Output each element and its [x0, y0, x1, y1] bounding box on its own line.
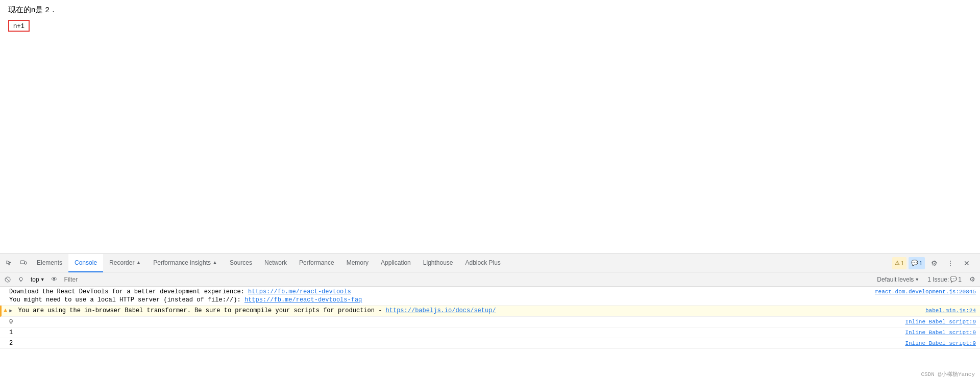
watermark: CSDN @小稀杨Yancy	[921, 370, 975, 378]
inspect-element-icon[interactable]	[2, 256, 16, 270]
perf-insights-badge: ▲	[212, 260, 217, 265]
tab-network[interactable]: Network	[258, 254, 293, 272]
console-message-text: Download the React DevTools for a better…	[9, 288, 865, 304]
console-filter-input[interactable]	[62, 274, 872, 285]
react-devtools-faq-link[interactable]: https://fb.me/react-devtools-faq	[244, 296, 362, 304]
warning-icon: ⚠	[895, 260, 900, 266]
devtools-tabs-list: Elements Console Recorder ▲ Performance …	[31, 254, 892, 272]
tab-sources[interactable]: Sources	[224, 254, 258, 272]
svg-point-4	[19, 277, 22, 281]
tab-performance-insights[interactable]: Performance insights ▲	[147, 254, 224, 272]
devtools-settings-button[interactable]: ⚙	[927, 256, 941, 270]
devtools-more-button[interactable]: ⋮	[943, 256, 958, 270]
chevron-down-icon: ▼	[40, 277, 45, 282]
console-source-0[interactable]: Inline Babel script:9	[895, 318, 976, 326]
warning-count-badge[interactable]: ⚠ 1	[892, 257, 906, 269]
svg-rect-0	[20, 261, 24, 264]
n-plus-1-button[interactable]: n+1	[8, 20, 30, 32]
devtools-toolbar-right: ⚠ 1 💬 1 ⚙ ⋮ ✕	[892, 256, 978, 270]
svg-rect-1	[25, 262, 27, 264]
warning-triangle-icon: ▲	[4, 307, 7, 315]
devtools-tabs-toolbar: Elements Console Recorder ▲ Performance …	[0, 254, 980, 272]
tab-console[interactable]: Console	[68, 254, 103, 272]
svg-line-3	[6, 278, 9, 281]
tab-performance[interactable]: Performance	[293, 254, 340, 272]
devtools-close-button[interactable]: ✕	[960, 256, 974, 270]
info-count-badge[interactable]: 💬 1	[909, 257, 925, 269]
tab-elements[interactable]: Elements	[31, 254, 68, 272]
console-value-0: 0	[9, 318, 895, 326]
tab-application[interactable]: Application	[375, 254, 417, 272]
info-icon: 💬	[911, 260, 918, 266]
console-filter-button[interactable]	[15, 274, 27, 285]
console-source-react-dom[interactable]: react-dom.development.js:20845	[865, 288, 976, 296]
page-main-text: 现在的n是 2．	[8, 5, 972, 15]
console-message-babel-warning: ▲ ▶ You are using the in-browser Babel t…	[0, 306, 980, 317]
console-clear-button[interactable]	[2, 274, 13, 285]
context-selector[interactable]: top ▼	[29, 275, 47, 284]
tab-recorder[interactable]: Recorder ▲	[103, 254, 147, 272]
console-value-1: 1	[9, 329, 895, 337]
device-toggle-icon[interactable]	[16, 256, 31, 270]
console-source-2[interactable]: Inline Babel script:9	[895, 339, 976, 347]
tab-memory[interactable]: Memory	[340, 254, 375, 272]
tab-adblock-plus[interactable]: Adblock Plus	[459, 254, 506, 272]
console-value-2: 2	[9, 339, 895, 347]
devtools-panel: Elements Console Recorder ▲ Performance …	[0, 254, 980, 379]
console-output-2: 2 Inline Babel script:9	[0, 338, 980, 349]
console-message-react-devtools: Download the React DevTools for a better…	[0, 287, 980, 306]
console-settings-button[interactable]: ⚙	[967, 274, 978, 285]
console-warning-text: ▶ You are using the in-browser Babel tra…	[9, 307, 915, 315]
react-devtools-link[interactable]: https://fb.me/react-devtools	[248, 288, 351, 295]
expand-arrow-icon[interactable]: ▶	[9, 308, 12, 314]
chevron-down-icon: ▼	[915, 277, 919, 282]
main-content: 现在的n是 2． n+1	[0, 0, 980, 254]
log-levels-dropdown[interactable]: Default levels ▼	[874, 275, 922, 284]
eager-eval-toggle[interactable]: 👁	[49, 274, 60, 285]
console-source-babel[interactable]: babel.min.js:24	[915, 307, 976, 315]
console-output-1: 1 Inline Babel script:9	[0, 327, 980, 338]
console-output: Download the React DevTools for a better…	[0, 287, 980, 379]
console-output-0: 0 Inline Babel script:9	[0, 317, 980, 327]
console-toolbar: top ▼ 👁 Default levels ▼ 1 Issue: 💬 1 ⚙	[0, 272, 980, 287]
tab-lighthouse[interactable]: Lighthouse	[417, 254, 459, 272]
issue-count-display: 1 Issue: 💬 1	[924, 275, 965, 284]
issue-chat-icon: 💬	[950, 276, 957, 283]
console-source-1[interactable]: Inline Babel script:9	[895, 329, 976, 337]
recorder-badge: ▲	[136, 260, 141, 265]
babel-setup-link[interactable]: https://babeljs.io/docs/setup/	[386, 307, 496, 314]
